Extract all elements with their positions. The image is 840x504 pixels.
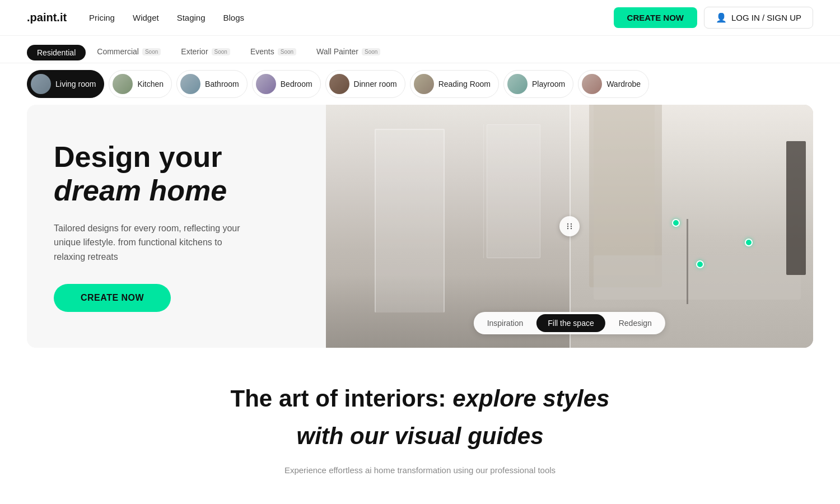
hero-image-right bbox=[570, 105, 813, 348]
room-label-bathroom: Bathroom bbox=[205, 80, 239, 88]
room-thumb-reading bbox=[414, 74, 434, 94]
room-thumb-living bbox=[31, 74, 51, 94]
navbar: .paint.it Pricing Widget Staging Blogs C… bbox=[0, 0, 840, 36]
room-label-playroom: Playroom bbox=[532, 80, 565, 88]
room-thumb-playroom bbox=[507, 74, 528, 94]
nav-pricing[interactable]: Pricing bbox=[89, 13, 115, 22]
hero-title: Design your dream home bbox=[54, 141, 299, 208]
mode-redesign[interactable]: Redesign bbox=[608, 314, 663, 332]
bottom-section: The art of interiors: explore styles wit… bbox=[0, 348, 840, 474]
room-item-playroom[interactable]: Playroom bbox=[503, 70, 573, 98]
hero-section: Design your dream home Tailored designs … bbox=[27, 105, 813, 348]
tabs-bar: Residential Commercial Soon Exterior Soo… bbox=[0, 36, 840, 63]
tab-wall-painter[interactable]: Wall Painter Soon bbox=[307, 43, 389, 63]
tab-exterior-soon: Soon bbox=[212, 48, 230, 55]
tab-events[interactable]: Events Soon bbox=[241, 43, 305, 63]
room-left-visual bbox=[326, 105, 570, 348]
room-label-bedroom: Bedroom bbox=[281, 80, 312, 88]
room-label-reading: Reading Room bbox=[438, 80, 491, 88]
room-carousel: Living room Kitchen Bathroom Bedroom Din… bbox=[0, 63, 840, 105]
hero-description: Tailored designs for every room, reflect… bbox=[54, 221, 244, 264]
svg-point-1 bbox=[571, 223, 572, 225]
dot-marker-1[interactable] bbox=[672, 219, 680, 227]
room-thumb-bedroom bbox=[256, 74, 276, 94]
tab-commercial-label: Commercial bbox=[97, 47, 139, 56]
hero-title-normal: Design your bbox=[54, 141, 222, 173]
tv-shape bbox=[786, 141, 806, 275]
logo[interactable]: .paint.it bbox=[27, 11, 67, 24]
room-item-bathroom[interactable]: Bathroom bbox=[176, 70, 248, 98]
login-label: LOG IN / SIGN UP bbox=[731, 13, 801, 22]
hero-image-left bbox=[326, 105, 570, 348]
dot-marker-2[interactable] bbox=[745, 239, 753, 246]
nav-blogs[interactable]: Blogs bbox=[223, 13, 245, 22]
login-button[interactable]: 👤 LOG IN / SIGN UP bbox=[704, 7, 813, 29]
bottom-subtitle-italic: with our visual guides bbox=[296, 423, 543, 449]
room-item-living[interactable]: Living room bbox=[27, 70, 104, 98]
nav-widget[interactable]: Widget bbox=[133, 13, 159, 22]
tab-exterior-label: Exterior bbox=[181, 47, 208, 56]
room-label-living: Living room bbox=[55, 80, 96, 88]
user-icon: 👤 bbox=[716, 12, 727, 23]
room-thumb-wardrobe bbox=[582, 74, 602, 94]
create-now-button-nav[interactable]: CREATE NOW bbox=[614, 7, 697, 28]
room-right-visual bbox=[570, 105, 813, 348]
logo-text: .paint.it bbox=[27, 11, 67, 24]
room-label-wardrobe: Wardrobe bbox=[606, 80, 641, 88]
divider-handle[interactable] bbox=[559, 216, 580, 236]
room-thumb-bathroom bbox=[180, 74, 200, 94]
bottom-title-normal: The art of interiors: bbox=[231, 385, 453, 412]
svg-point-5 bbox=[571, 228, 572, 229]
nav-links: Pricing Widget Staging Blogs bbox=[89, 13, 244, 22]
tab-commercial-soon: Soon bbox=[142, 48, 161, 55]
room-item-wardrobe[interactable]: Wardrobe bbox=[578, 70, 649, 98]
svg-point-3 bbox=[571, 226, 572, 227]
bottom-title-italic: explore styles bbox=[452, 385, 609, 412]
room-item-dinner[interactable]: Dinner room bbox=[325, 70, 405, 98]
room-label-kitchen: Kitchen bbox=[137, 80, 164, 88]
hero-text-area: Design your dream home Tailored designs … bbox=[27, 105, 326, 348]
tab-wall-painter-label: Wall Painter bbox=[316, 47, 358, 56]
svg-point-0 bbox=[567, 223, 568, 225]
drag-icon bbox=[565, 222, 574, 231]
tab-wall-painter-soon: Soon bbox=[362, 48, 380, 55]
room-thumb-kitchen bbox=[113, 74, 133, 94]
mode-fill-space[interactable]: Fill the space bbox=[536, 314, 605, 332]
tab-residential[interactable]: Residential bbox=[27, 45, 86, 60]
window-divider bbox=[483, 124, 484, 258]
hero-images: Inspiration Fill the space Redesign bbox=[326, 105, 813, 348]
room-item-bedroom[interactable]: Bedroom bbox=[252, 70, 321, 98]
tab-residential-label: Residential bbox=[37, 48, 76, 57]
nav-left: .paint.it Pricing Widget Staging Blogs bbox=[27, 11, 244, 24]
bottom-subtitle: with our visual guides bbox=[27, 421, 813, 452]
nav-right: CREATE NOW 👤 LOG IN / SIGN UP bbox=[614, 7, 813, 29]
tab-events-soon: Soon bbox=[278, 48, 296, 55]
create-now-button-hero[interactable]: CREATE NOW bbox=[54, 284, 171, 312]
bottom-title: The art of interiors: explore styles bbox=[27, 384, 813, 414]
room-item-reading[interactable]: Reading Room bbox=[410, 70, 499, 98]
lamp-pole bbox=[687, 219, 688, 304]
room-label-dinner: Dinner room bbox=[354, 80, 397, 88]
room-item-kitchen[interactable]: Kitchen bbox=[109, 70, 172, 98]
tab-exterior[interactable]: Exterior Soon bbox=[172, 43, 239, 63]
hero-title-italic: dream home bbox=[54, 174, 227, 207]
window-shape bbox=[487, 124, 540, 258]
nav-staging[interactable]: Staging bbox=[177, 13, 206, 22]
tab-events-label: Events bbox=[250, 47, 274, 56]
bottom-description: Experience effortless ai home transforma… bbox=[280, 465, 560, 475]
window-glass bbox=[594, 105, 655, 275]
tab-commercial[interactable]: Commercial Soon bbox=[88, 43, 170, 63]
svg-point-4 bbox=[567, 228, 568, 229]
svg-point-2 bbox=[567, 226, 568, 227]
mode-inspiration[interactable]: Inspiration bbox=[476, 314, 535, 332]
room-thumb-dinner bbox=[329, 74, 349, 94]
image-mode-buttons: Inspiration Fill the space Redesign bbox=[474, 312, 665, 334]
dot-marker-3[interactable] bbox=[696, 260, 704, 268]
